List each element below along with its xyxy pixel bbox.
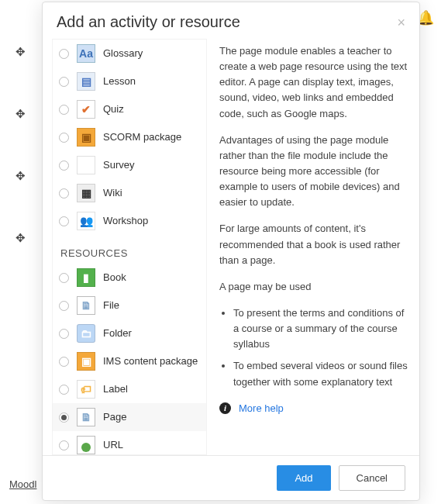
- modal-footer: Add Cancel: [43, 455, 419, 500]
- radio-icon[interactable]: [59, 440, 69, 450]
- desc-paragraph: A page may be used: [219, 279, 410, 295]
- desc-paragraph: The page module enables a teacher to cre…: [219, 43, 410, 122]
- radio-icon[interactable]: [59, 357, 69, 367]
- move-icon[interactable]: ✥: [16, 169, 26, 183]
- move-icon[interactable]: ✥: [16, 107, 26, 121]
- move-icon[interactable]: ✥: [16, 45, 26, 59]
- item-label: URL: [103, 439, 200, 451]
- ims-icon: ▣: [77, 352, 95, 371]
- cancel-button[interactable]: Cancel: [339, 465, 405, 491]
- resource-url[interactable]: URL: [53, 431, 206, 455]
- radio-icon[interactable]: [59, 216, 69, 226]
- resource-file[interactable]: 🗎File: [53, 292, 206, 319]
- more-help-link[interactable]: More help: [239, 401, 284, 416]
- resource-book[interactable]: ▮Book: [53, 264, 206, 292]
- wiki-icon: ▦: [77, 184, 95, 202]
- item-label: Book: [103, 271, 200, 284]
- item-label: Survey: [103, 159, 200, 171]
- desc-bullets: To present the terms and conditions of a…: [219, 306, 410, 390]
- activity-survey[interactable]: ▮Survey: [53, 151, 206, 179]
- activity-workshop[interactable]: 👥Workshop: [53, 207, 206, 235]
- radio-icon[interactable]: [59, 273, 69, 283]
- activity-scorm[interactable]: ▣SCORM package: [53, 123, 206, 151]
- modal-body: AaGlossary▤Lesson✔Quiz▣SCORM package▮Sur…: [43, 39, 419, 455]
- resource-folder[interactable]: 🗀Folder: [53, 319, 206, 347]
- move-icon[interactable]: ✥: [16, 231, 26, 245]
- item-label: Workshop: [103, 215, 200, 227]
- item-label: Folder: [103, 327, 200, 340]
- radio-icon[interactable]: [59, 161, 69, 171]
- activity-description: The page module enables a teacher to cre…: [207, 39, 415, 455]
- quiz-icon: ✔: [77, 100, 95, 119]
- desc-paragraph: Advantages of using the page module rath…: [219, 133, 410, 211]
- activity-glossary[interactable]: AaGlossary: [53, 40, 206, 67]
- resource-label[interactable]: 🏷Label: [53, 375, 206, 403]
- scorm-icon: ▣: [77, 128, 95, 147]
- radio-icon[interactable]: [59, 49, 69, 59]
- radio-icon[interactable]: [59, 188, 69, 198]
- modal-header: Add an activity or resource ×: [43, 2, 419, 39]
- item-label: Page: [103, 411, 200, 423]
- item-label: Label: [103, 383, 200, 395]
- radio-icon[interactable]: [59, 105, 69, 115]
- modal-title: Add an activity or resource: [57, 13, 240, 31]
- activity-list[interactable]: AaGlossary▤Lesson✔Quiz▣SCORM package▮Sur…: [52, 39, 207, 455]
- survey-icon: ▮: [77, 156, 95, 174]
- activity-chooser-modal: Add an activity or resource × AaGlossary…: [42, 2, 420, 501]
- label-i-icon: 🏷: [77, 380, 95, 399]
- add-button[interactable]: Add: [277, 465, 330, 491]
- radio-icon[interactable]: [59, 413, 69, 423]
- folder-icon: 🗀: [77, 324, 95, 343]
- radio-icon[interactable]: [59, 385, 69, 395]
- item-label: Lesson: [103, 75, 200, 88]
- desc-bullet: To present the terms and conditions of a…: [233, 306, 410, 352]
- glossary-icon: Aa: [77, 44, 95, 63]
- lesson-icon: ▤: [77, 72, 95, 91]
- item-label: IMS content package: [103, 355, 200, 368]
- radio-icon[interactable]: [59, 77, 69, 87]
- file-icon: 🗎: [77, 296, 95, 315]
- footer-link[interactable]: Moodl: [9, 478, 36, 490]
- info-icon: i: [219, 402, 231, 414]
- close-icon[interactable]: ×: [397, 16, 405, 29]
- book-icon: ▮: [77, 268, 95, 287]
- item-label: Wiki: [103, 187, 200, 199]
- item-label: SCORM package: [103, 131, 200, 143]
- page-icon: 🗎: [77, 408, 95, 426]
- resources-heading: RESOURCES: [53, 235, 206, 264]
- desc-paragraph: For large amounts of content, it's recom…: [219, 221, 410, 268]
- url-icon: [77, 436, 95, 454]
- activity-lesson[interactable]: ▤Lesson: [53, 67, 206, 95]
- radio-icon[interactable]: [59, 301, 69, 311]
- item-label: Glossary: [103, 47, 200, 60]
- resource-page[interactable]: 🗎Page: [53, 403, 206, 431]
- activity-quiz[interactable]: ✔Quiz: [53, 95, 206, 123]
- activity-wiki[interactable]: ▦Wiki: [53, 179, 206, 207]
- resource-ims[interactable]: ▣IMS content package: [53, 347, 206, 375]
- desc-bullet: To embed several videos or sound files t…: [233, 358, 410, 389]
- radio-icon[interactable]: [59, 329, 69, 339]
- workshop-icon: 👥: [77, 212, 95, 230]
- help-row: i More help: [219, 401, 410, 416]
- radio-icon[interactable]: [59, 133, 69, 143]
- item-label: File: [103, 299, 200, 312]
- item-label: Quiz: [103, 103, 200, 116]
- section-drag-handles: ✥ ✥ ✥ ✥: [16, 45, 26, 245]
